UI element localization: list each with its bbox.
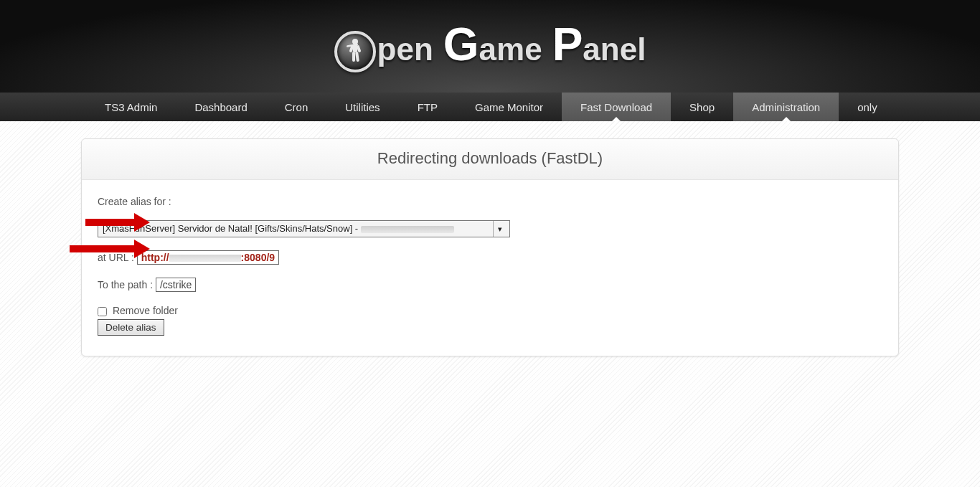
nav-shop[interactable]: Shop: [671, 93, 733, 121]
nav-game-monitor[interactable]: Game Monitor: [456, 93, 562, 121]
at-url-label: at URL :: [98, 252, 137, 263]
svg-rect-4: [352, 52, 355, 62]
redacted-text: [361, 226, 454, 233]
page-title: Redirecting downloads (FastDL): [89, 149, 891, 168]
server-select[interactable]: [XmasFunServer] Servidor de Natal! [Gift…: [98, 220, 510, 237]
nav-only[interactable]: only: [839, 93, 896, 121]
nav-administration[interactable]: Administration: [733, 93, 839, 121]
remove-folder-label: Remove folder: [113, 305, 178, 316]
logo-o-icon: [334, 31, 376, 72]
logo-text-ame: ame: [479, 32, 542, 67]
remove-folder-checkbox[interactable]: [98, 307, 107, 316]
delete-alias-button[interactable]: Delete alias: [98, 319, 164, 336]
fastdl-panel: Redirecting downloads (FastDL) Create al…: [81, 138, 899, 356]
redacted-text: [169, 255, 241, 262]
create-alias-label: Create alias for :: [98, 196, 882, 207]
alias-url: http://:8080/9: [137, 250, 279, 265]
logo-text-p: P: [552, 27, 583, 63]
nav-utilities[interactable]: Utilities: [326, 93, 398, 121]
nav-fast-download[interactable]: Fast Download: [562, 93, 671, 121]
logo-text-anel: anel: [583, 32, 646, 67]
alias-url-suffix: :8080/9: [241, 252, 275, 263]
panel-body: Create alias for : [XmasFunServer] Servi…: [82, 180, 898, 356]
app-header: pen G ame P anel: [0, 0, 980, 93]
nav-dashboard[interactable]: Dashboard: [176, 93, 265, 121]
page-body: Redirecting downloads (FastDL) Create al…: [0, 121, 980, 487]
logo-text-open: pen: [377, 32, 433, 67]
nav-ts3-admin[interactable]: TS3 Admin: [86, 93, 176, 121]
alias-path: /cstrike: [156, 278, 196, 292]
path-label: To the path :: [98, 279, 156, 290]
nav-ftp[interactable]: FTP: [399, 93, 456, 121]
main-nav: TS3 Admin Dashboard Cron Utilities FTP G…: [0, 93, 980, 121]
callout-arrow-icon: [70, 245, 137, 252]
svg-rect-5: [355, 52, 359, 62]
logo-text-g: G: [443, 27, 479, 63]
panel-header: Redirecting downloads (FastDL): [82, 139, 898, 180]
callout-arrow-icon: [85, 219, 137, 226]
app-logo: pen G ame P anel: [334, 25, 646, 67]
nav-cron[interactable]: Cron: [266, 93, 327, 121]
